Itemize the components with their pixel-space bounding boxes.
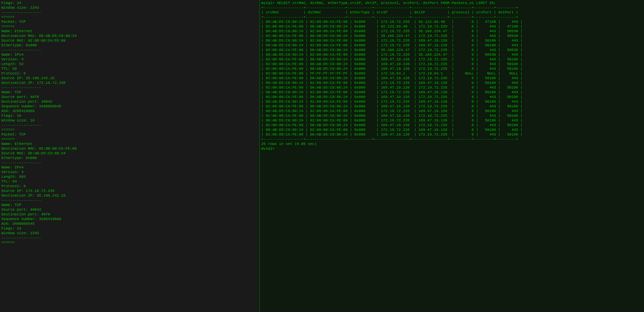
left-line: Protocol: 6 — [1, 71, 258, 76]
right-line: | D0:AB:D5:C9:80:24 | 02:00:00:CA:FE:09 … — [261, 19, 643, 24]
right-line: | 02:00:00:CA:FE:09 | D0:AB:D5:C9:80:24 … — [261, 62, 643, 66]
left-line: ------------------ — [1, 123, 258, 127]
left-line: Flags: 24 — [1, 226, 258, 231]
left-line: ------------------ — [1, 160, 258, 165]
left-line: Window size: 16 — [1, 118, 258, 123]
right-line: | 02:00:00:CA:FE:09 | D0:AB:D5:C9:80:24 … — [261, 85, 643, 90]
left-line: Length: 993 — [1, 174, 258, 179]
left-line: Version: 4 — [1, 170, 258, 174]
left-line: ------------------ — [1, 85, 258, 90]
left-line: Destination port: 48042 — [1, 99, 258, 104]
right-panel: mysql> SELECT srcMAC, dstMAC, etherType,… — [260, 0, 644, 312]
left-panel: Flags: 24Window size: 2243--------------… — [0, 0, 260, 312]
right-line: | 02:00:00:CA:FE:09 | D0:AB:D5:C9:80:24 … — [261, 48, 643, 52]
right-line: | D0:AB:D5:C9:80:24 | 02:00:00:CA:FE:09 … — [261, 99, 643, 104]
left-line: ====== — [1, 137, 258, 142]
left-line: TTL: 59 — [1, 66, 258, 71]
right-line: | D0:AB:D5:C9:80:24 | 02:00:00:CA:FE:09 … — [261, 109, 643, 113]
left-line: Sequence number: 3468856545 — [1, 104, 258, 109]
left-line: Destination MAC: 02:00:00:CA:FE:09 — [1, 146, 258, 151]
right-line: | D0:AB:D5:C9:80:24 | 02:00:00:CA:FE:09 … — [261, 127, 643, 132]
right-line: | 02:00:00:CA:FE:09 | D0:AB:D5:C9:80:24 … — [261, 104, 643, 109]
left-line: ====== — [1, 240, 258, 245]
left-line: Sequence number: 3295419668 — [1, 217, 258, 221]
right-line: | D0:AB:D5:C9:80:24 | 02:00:00:CA:FE:09 … — [261, 29, 643, 34]
left-line: Source IP: 35.190.242.15 — [1, 76, 258, 81]
left-line: Source port: 48842 — [1, 207, 258, 212]
right-line: | D0:AB:D5:C9:80:24 | 02:00:00:CA:FE:09 … — [261, 43, 643, 48]
right-line: | D0:AB:D5:C9:80:24 | 02:00:00:CA:FE:09 … — [261, 38, 643, 43]
right-line: | 02:00:00:CA:FE:09 | D0:AB:D5:C9:80:24 … — [261, 66, 643, 71]
left-line: ACK: 3295419668 — [1, 109, 258, 113]
left-line: ACK: 3468856545 — [1, 221, 258, 226]
left-line: ------------------ — [1, 10, 258, 15]
left-line: Protocol: 6 — [1, 184, 258, 189]
left-line: Destination port: 4070 — [1, 212, 258, 217]
right-line: +------------------+------------------+-… — [261, 5, 643, 10]
left-line: Name: TCP — [1, 203, 258, 207]
right-line: | 02:00:00:CA:FE:09 | D0:AB:D5:C9:80:24 … — [261, 123, 643, 127]
right-content: mysql> SELECT srcMAC, dstMAC, etherType,… — [261, 1, 643, 151]
right-line: | D0:AB:D5:C9:80:24 | 02:00:00:CA:FE:09 … — [261, 118, 643, 123]
left-line: Packet: TCP — [1, 19, 258, 24]
left-line: ====== — [1, 24, 258, 29]
left-line: Ethertype: 0x800 — [1, 156, 258, 160]
left-line: Source IP: 172.19.72.235 — [1, 189, 258, 193]
right-line: +------------------+------------------+-… — [261, 15, 643, 19]
left-line: Window size: 2243 — [1, 5, 258, 10]
left-line: ------------------ — [1, 236, 258, 240]
right-line: | 02:00:00:CA:FE:09 | D0:AB:D5:C9:80:24 … — [261, 95, 643, 99]
right-line: | D0:AB:D5:C9:80:24 | 02:00:00:CA:FE:09 … — [261, 52, 643, 57]
left-line: Flags: 16 — [1, 113, 258, 118]
left-line: Name: TCP — [1, 90, 258, 95]
left-line: Name: IPv4 — [1, 52, 258, 57]
left-line: Name: Ethernet — [1, 29, 258, 34]
left-content: Flags: 24Window size: 2243--------------… — [1, 1, 258, 245]
right-line: 25 rows in set (0.00 sec) — [261, 142, 643, 146]
right-line: | 02:00:00:CA:FE:09 | D0:AB:D5:C9:80:24 … — [261, 57, 643, 62]
left-line: Source MAC: 02:00:00:CA:FE:09 — [1, 38, 258, 43]
right-line: | D0:AB:D5:C9:80:24 | 02:00:00:CA:FE:09 … — [261, 90, 643, 95]
right-line: | D0:AB:D5:C9:80:24 | 02:00:00:CA:FE:09 … — [261, 81, 643, 85]
left-line: TTL: 64 — [1, 179, 258, 184]
left-line: ------------------ — [1, 198, 258, 203]
left-line: Destination IP: 35.190.242.15 — [1, 193, 258, 198]
right-line: | 02:00:00:CA:FE:09 | D0:AB:D5:C9:80:24 … — [261, 132, 643, 137]
left-line: Packet: TCP — [1, 132, 258, 137]
left-line: Name: Ethernet — [1, 142, 258, 146]
left-line: Version: 4 — [1, 57, 258, 62]
right-line: | 02:00:00:CA:FE:09 | D0:AB:D5:C9:80:24 … — [261, 24, 643, 29]
right-line: | 02:00:00:CA:FE:09 | D0:AB:D5:C9:80:24 … — [261, 76, 643, 81]
right-line: mysql> — [261, 146, 643, 151]
left-line: Length: 52 — [1, 62, 258, 66]
left-line: Name: IPv4 — [1, 165, 258, 170]
left-line: Source port: 4070 — [1, 95, 258, 99]
right-line: | 02:00:00:CA:FE:09 | FF:FF:FF:FF:FF:FF … — [261, 71, 643, 76]
right-line: | 02:00:00:CA:FE:09 | D0:AB:D5:C9:80:24 … — [261, 113, 643, 118]
left-line: Destination IP: 172.19.72.235 — [1, 81, 258, 85]
left-line: ====== — [1, 127, 258, 132]
left-line: Flags: 24 — [1, 1, 258, 5]
right-line: +------------------+------------------+-… — [261, 137, 643, 142]
right-line: mysql> SELECT srcMAC, dstMAC, etherType,… — [261, 1, 643, 5]
left-line: Ethertype: 0x800 — [1, 43, 258, 48]
right-line: | 02:00:00:CA:FE:09 | D0:AB:D5:C9:80:24 … — [261, 34, 643, 38]
left-line: Source MAC: D0:AB:D5:C9:80:24 — [1, 151, 258, 156]
left-line: Window size: 2243 — [1, 231, 258, 236]
left-line: Destination MAC: D0:AB:D5:C9:80:24 — [1, 34, 258, 38]
right-line: | srcMAC | dstMAC | etherType | srcIP | … — [261, 10, 643, 15]
left-line: ====== — [1, 15, 258, 19]
left-line: ------------------ — [1, 48, 258, 52]
